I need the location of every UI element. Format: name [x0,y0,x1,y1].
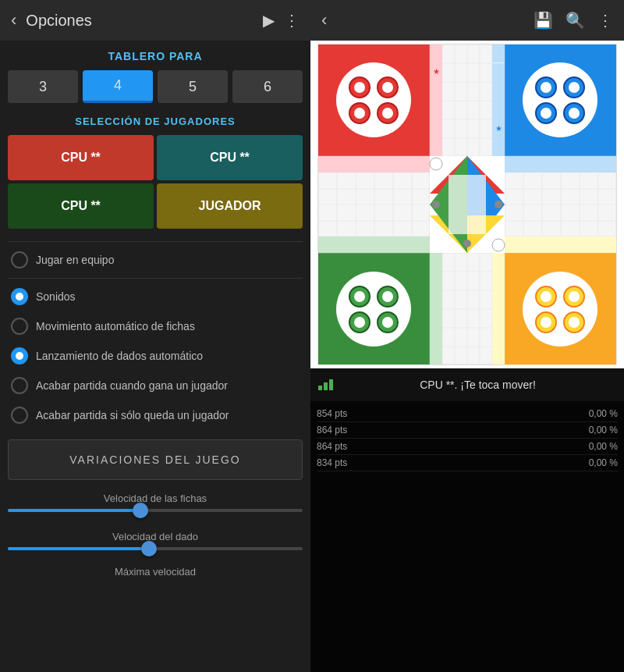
svg-point-40 [541,317,551,328]
option-movimiento[interactable]: Movimiento automático de fichas [8,311,303,341]
radio-acabar-queda[interactable] [11,407,28,424]
svg-rect-64 [492,138,505,156]
option-acabar-gana[interactable]: Acabar partida cuando gana un jugador [8,371,303,400]
board-area: ★ ★ [310,41,624,368]
svg-rect-141 [448,175,486,234]
svg-point-10 [354,108,365,119]
svg-rect-105 [393,236,412,253]
radio-movimiento[interactable] [11,318,28,335]
option-equipo[interactable]: Jugar en equipo [8,245,303,275]
score-row-2: 864 pts 0,00 % [317,439,618,455]
svg-rect-56 [430,82,442,101]
save-icon[interactable]: 💾 [534,11,553,30]
option-lanzamiento-label: Lanzamiento de dados automático [36,350,203,362]
svg-rect-81 [430,309,442,328]
count-btn-6[interactable]: 6 [232,70,303,103]
slider-fichas-label: Velocidad de las fichas [8,492,303,504]
player-count-row: 3 4 5 6 [8,70,303,103]
count-btn-5[interactable]: 5 [158,70,228,103]
svg-rect-61 [492,82,505,101]
score-pts-1: 864 pts [317,425,347,436]
svg-point-23 [336,272,411,347]
option-acabar-gana-label: Acabar partida cuando gana un jugador [36,379,228,392]
svg-text:★: ★ [495,124,502,133]
score-row-1: 864 pts 0,00 % [317,422,618,439]
radio-sonidos[interactable] [11,288,28,305]
svg-point-144 [463,240,471,247]
bar-3 [329,379,333,390]
svg-rect-130 [505,236,523,253]
svg-rect-53 [430,138,442,156]
zoom-icon[interactable]: 🔍 [566,11,585,30]
svg-rect-124 [505,156,523,172]
svg-rect-127 [561,156,580,172]
svg-rect-129 [598,156,616,172]
play-icon[interactable]: ▶ [263,11,275,30]
svg-point-13 [523,62,597,137]
right-panel: ‹ 💾 🔍 ⋮ [310,0,624,672]
svg-point-30 [354,317,365,328]
svg-rect-84 [492,253,505,272]
svg-rect-58 [430,44,442,63]
svg-rect-102 [337,236,356,253]
more-icon[interactable]: ⋮ [284,11,300,30]
score-pct-2: 0,00 % [589,441,618,452]
left-panel: ‹ Opciones ▶ ⋮ TABLERO PARA 3 4 5 6 SELE… [0,0,310,672]
back-icon[interactable]: ‹ [11,10,16,30]
option-sonidos-label: Sonidos [36,290,76,303]
option-sonidos[interactable]: Sonidos [8,282,303,311]
player-cell-1[interactable]: CPU ** [157,135,303,180]
svg-point-146 [495,201,502,208]
svg-rect-59 [492,44,505,62]
svg-rect-62 [492,101,505,119]
svg-point-11 [382,108,393,119]
score-row-0: 854 pts 0,00 % [317,406,618,422]
player-cell-2[interactable]: CPU ** [8,183,154,229]
status-text: CPU **. ¡Te toca mover! [339,379,616,391]
right-back-icon[interactable]: ‹ [321,10,327,30]
svg-point-18 [541,82,551,93]
log-area: 854 pts 0,00 % 864 pts 0,00 % 864 pts 0,… [310,401,624,672]
svg-rect-133 [561,236,580,253]
variations-button[interactable]: VARIACIONES DEL JUEGO [8,439,303,480]
svg-point-28 [354,291,365,302]
score-table: 854 pts 0,00 % 864 pts 0,00 % 864 pts 0,… [317,406,618,471]
count-btn-4[interactable]: 4 [83,70,153,103]
left-header: ‹ Opciones ▶ ⋮ [0,0,310,41]
player-grid: CPU ** CPU ** CPU ** JUGADOR [8,135,303,229]
svg-rect-128 [580,156,598,172]
score-pct-1: 0,00 % [589,425,618,436]
player-cell-3[interactable]: JUGADOR [157,183,303,229]
score-pts-3: 834 pts [317,457,347,468]
svg-rect-135 [598,236,616,253]
page-title: Opciones [26,12,254,30]
svg-rect-134 [580,236,598,253]
svg-rect-86 [492,290,505,309]
option-acabar-queda[interactable]: Acabar partida si sólo queda un jugador [8,400,303,430]
svg-point-145 [432,201,440,208]
svg-rect-104 [374,236,393,253]
bar-1 [318,386,322,390]
score-pts-0: 854 pts [317,408,347,419]
right-more-icon[interactable]: ⋮ [597,11,613,30]
option-lanzamiento[interactable]: Lanzamiento de dados automático [8,341,303,371]
svg-rect-131 [523,236,542,253]
left-content: TABLERO PARA 3 4 5 6 SELECCIÓN DE JUGADO… [0,41,310,672]
player-cell-0[interactable]: CPU ** [8,135,154,180]
score-pct-0: 0,00 % [589,408,618,419]
option-movimiento-label: Movimiento automático de fichas [36,320,195,332]
count-btn-3[interactable]: 3 [8,70,78,103]
svg-rect-103 [356,236,374,253]
svg-rect-83 [430,347,442,364]
divider-2 [8,278,303,279]
radio-acabar-gana[interactable] [11,377,28,394]
radio-equipo[interactable] [11,251,28,268]
slider-dado-track[interactable] [8,547,303,550]
svg-point-39 [569,291,580,302]
slider-fichas-track[interactable] [8,509,303,512]
radio-lanzamiento[interactable] [11,347,28,364]
svg-rect-109 [356,156,374,172]
svg-rect-85 [492,272,505,290]
svg-rect-106 [412,236,430,253]
svg-rect-107 [318,156,337,172]
